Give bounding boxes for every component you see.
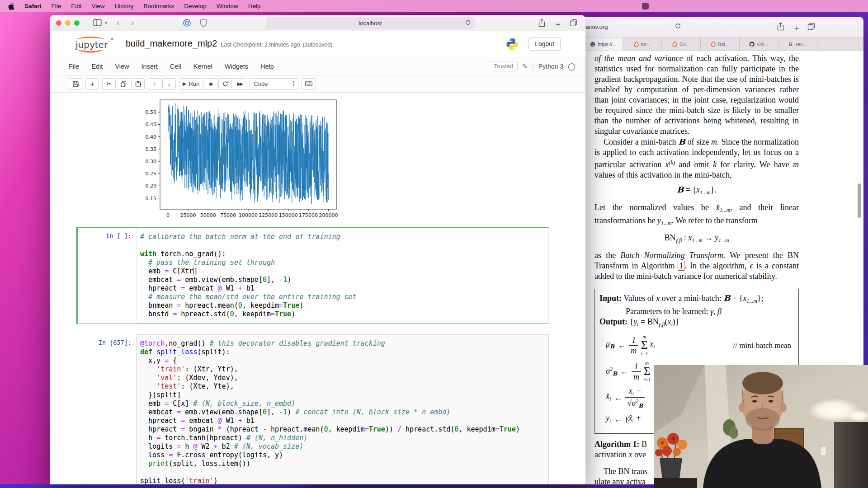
restart-run-all-button[interactable]: ▶▶ [233,78,246,90]
stop-button[interactable]: ■ [204,78,217,90]
tab-label: https://... [598,42,617,47]
browser-tab[interactable]: Co... [662,38,701,51]
arxiv-favicon-icon [590,42,595,47]
browser-tab[interactable]: Bat... [701,38,740,51]
copy-cell-button[interactable] [117,78,130,90]
extension-rings-icon[interactable] [183,19,191,29]
cell-code-editor[interactable]: # calibrate the batch norm at the end of… [136,228,549,324]
pytorch-flame-icon [672,41,677,47]
share-icon[interactable] [777,22,784,33]
shield-icon[interactable] [200,19,207,29]
show-tabs-icon[interactable] [570,19,577,28]
reload-icon[interactable] [675,23,681,31]
cell-type-select[interactable]: Code ▲▼ [250,78,298,90]
new-tab-icon[interactable]: ＋ [554,19,562,29]
text-segment: bnstd [140,310,173,318]
notebook-title[interactable]: build_makemore_mlp2Last Checkpoint: 2 mi… [126,38,332,49]
code-line: loss = F.cross_entropy(logits, y) [140,451,545,460]
text-segment: over a mini-batch: [660,294,723,303]
text-segment: of each activation. This way, the statis… [594,54,799,136]
text-segment: @ [218,284,222,292]
run-button[interactable]: ▶Run [179,78,203,90]
menubar-item-develop[interactable]: Develop [184,3,207,9]
svg-text:0.50: 0.50 [146,109,157,115]
notebook-scroll-area[interactable]: 0.150.200.250.300.350.400.450.5002500050… [50,93,585,484]
menubar-item-help[interactable]: Help [248,3,261,9]
command-palette-button[interactable] [302,78,316,90]
back-icon[interactable]: ‹ [117,18,119,28]
text-segment: h [181,442,193,450]
menubar-item-history[interactable]: History [115,3,134,9]
new-tab-icon[interactable]: ＋ [793,23,801,33]
kernel-status-icon: ◯ [568,62,576,70]
code-line: embcat = emb.view(emb.shape[0], -1) [140,276,545,284]
code-cell: In [657]:@torch.no_grad() # this decorat… [76,334,549,484]
sidebar-icon[interactable] [93,19,102,28]
code-cell: In [ ]:# calibrate the batch norm at the… [76,227,549,324]
cell-code-editor[interactable]: @torch.no_grad() # this decorator disabl… [136,334,549,484]
left-window-toolbar: ▼ ‹ › localhost ＋ [50,15,585,31]
apple-menu-icon[interactable] [8,3,14,10]
text-segment: B [639,440,647,449]
menubar-item-bookmarks[interactable]: Bookmarks [144,3,175,9]
code-line: 'train': (Xtr, Ytr), [140,365,545,374]
add-cell-button[interactable]: ＋ [85,78,99,90]
text-segment: values of this activation in the mini-ba… [594,170,731,179]
close-button[interactable] [56,20,61,26]
cut-cell-button[interactable]: ✂ [102,78,116,90]
text-segment: + [238,284,242,292]
text-segment: (k) [669,160,675,166]
jupyter-menu-view[interactable]: View [115,63,129,70]
text-segment: embcat [185,284,217,292]
text-segment: B [678,137,685,146]
menubar-item-file[interactable]: File [52,3,61,9]
browser-tab[interactable]: Gres... [778,38,817,51]
logout-button[interactable]: Logout [528,37,561,51]
text-segment: Let the normalized values be [594,203,716,212]
forward-icon[interactable]: › [131,18,134,28]
text-segment: y [657,216,661,225]
jupyter-menu-cell[interactable]: Cell [170,63,181,70]
text-segment: = [365,425,369,433]
browser-tab[interactable]: tor... [623,38,662,51]
menubar-item-edit[interactable]: Edit [71,3,81,9]
jupyter-menu-edit[interactable]: Edit [91,63,103,70]
trusted-badge[interactable]: Trusted [489,61,518,71]
text-segment: def [140,348,152,356]
paper-paragraph: as the Batch Normalizing Transform. We p… [594,250,799,282]
jupyter-menu-help[interactable]: Help [260,63,274,70]
text-segment: (hpreact [222,425,263,433]
text-segment: ) [214,477,218,484]
menubar-item-window[interactable]: Window [217,3,238,9]
text-segment: # (N, block_size, n_embd) [193,399,295,408]
restart-kernel-button[interactable] [218,78,232,90]
text-segment: .no_grad() [165,339,209,347]
chevron-down-icon[interactable]: ▼ [104,21,108,25]
scrollbar-thumb[interactable] [858,183,861,218]
move-cell-down-button[interactable]: ↓ [162,78,176,90]
text-segment: W2 [197,442,213,450]
right-address-url[interactable]: arxiv.org [586,23,608,30]
menubar-status-icon[interactable] [642,3,649,9]
paste-cell-button[interactable] [131,78,145,90]
jupyter-menu-file[interactable]: File [69,63,79,70]
text-segment: split_loss [156,348,197,356]
address-bar[interactable]: localhost [266,17,475,29]
jupyter-logo[interactable]: jupyter [70,37,119,52]
show-tabs-icon[interactable] [807,23,815,32]
move-cell-up-button[interactable]: ↑ [148,78,161,90]
save-button[interactable] [69,78,82,90]
browser-tab[interactable]: visi... [740,38,778,51]
minimize-button[interactable] [65,20,71,26]
browser-tab[interactable]: https://... [584,38,623,51]
jupyter-menu-insert[interactable]: Insert [142,63,158,70]
share-icon[interactable] [538,19,546,29]
reload-icon[interactable] [465,19,471,27]
zoom-button[interactable] [74,20,80,26]
menubar-item-safari[interactable]: Safari [24,3,42,9]
jupyter-menu-widgets[interactable]: Widgets [225,63,248,70]
jupyter-menu-kernel[interactable]: Kernel [193,63,212,70]
menubar-item-view[interactable]: View [92,3,105,9]
table [654,478,697,488]
text-segment: ) [516,425,520,433]
